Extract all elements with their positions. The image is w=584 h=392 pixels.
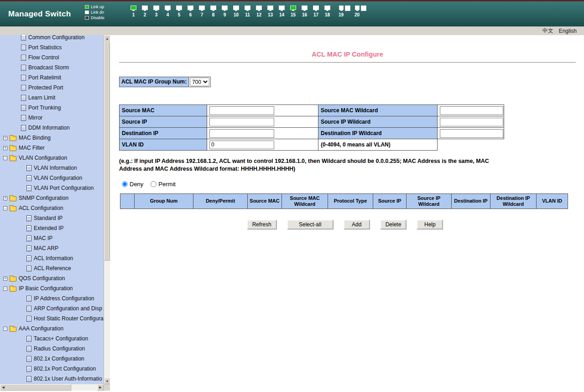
sidebar-item[interactable]: QOS Configuration	[0, 273, 104, 283]
sidebar-item[interactable]: 802.1x Port Configuration	[0, 364, 104, 374]
permit-radio[interactable]	[151, 181, 156, 187]
sidebar-item[interactable]: VLAN Configuration	[0, 173, 104, 183]
sidebar-item[interactable]: IP Basic Configuration	[0, 283, 104, 293]
tree-toggle-icon[interactable]	[3, 196, 7, 200]
horizontal-scrollbar-thumb[interactable]	[6, 384, 71, 391]
sidebar-item[interactable]: Port Trunking	[0, 103, 104, 113]
sidebar-item[interactable]: Broadcast Storm	[0, 63, 104, 73]
vlan-id-input[interactable]	[209, 141, 274, 149]
sidebar-item[interactable]: ACL Information	[0, 253, 104, 263]
vertical-scrollbar-track[interactable]	[104, 261, 110, 378]
port-indicator[interactable]: 13	[265, 5, 276, 17]
source-mac-wildcard-cell	[437, 105, 504, 116]
port-indicator[interactable]: 1	[128, 5, 139, 17]
port-indicator[interactable]: 7	[196, 5, 208, 17]
sidebar-item[interactable]: ACL Configuration	[0, 203, 104, 213]
port-indicator[interactable]: 10	[230, 5, 242, 17]
sidebar-item[interactable]: Flow Control	[0, 52, 104, 63]
port-indicator[interactable]: 19	[333, 5, 349, 17]
sidebar-item-label: MAC Binding	[19, 135, 51, 141]
sidebar-horizontal-scrollbar[interactable]	[0, 384, 104, 391]
port-indicator[interactable]: 6	[185, 5, 196, 17]
destination-ip-input[interactable]	[209, 129, 274, 138]
port-indicator[interactable]: 12	[253, 5, 265, 17]
sidebar-item[interactable]: Standard IP	[0, 213, 104, 223]
tree-toggle-icon[interactable]	[3, 146, 7, 150]
port-indicator[interactable]: 16	[299, 5, 310, 17]
select-all-button[interactable]: Select-all	[287, 220, 334, 230]
horizontal-scrollbar-track[interactable]	[71, 384, 97, 391]
rj45-port-icon	[267, 5, 273, 10]
rj45-port-icon	[210, 5, 216, 10]
scroll-left-icon[interactable]	[0, 384, 6, 391]
scroll-up-icon[interactable]	[104, 35, 110, 42]
delete-button[interactable]: Delete	[380, 220, 407, 230]
port-indicator[interactable]: 2	[139, 5, 151, 17]
tree-toggle-icon[interactable]	[3, 287, 7, 291]
port-indicator[interactable]: 4	[162, 5, 173, 17]
scroll-down-icon[interactable]	[104, 378, 110, 384]
sidebar-item[interactable]: IP Address Configuration	[0, 293, 104, 303]
sidebar-item[interactable]: ARP Configuration and Disp	[0, 303, 104, 314]
port-indicator[interactable]: 5	[173, 5, 185, 17]
port-indicator[interactable]: 17	[310, 5, 322, 17]
source-mac-input[interactable]	[209, 106, 274, 115]
sidebar-item[interactable]: VLAN Information	[0, 163, 104, 173]
lang-english-link[interactable]: English	[559, 28, 577, 34]
port-indicator[interactable]: 15	[287, 5, 299, 17]
deny-radio-option[interactable]: Deny	[122, 181, 143, 188]
sidebar-item[interactable]: VLAN Port Configuration	[0, 183, 104, 193]
vertical-scrollbar-thumb[interactable]	[104, 42, 110, 261]
port-indicator[interactable]: 9	[219, 5, 230, 17]
tree-toggle-icon[interactable]	[3, 277, 7, 281]
sidebar-item[interactable]: 802.1x User Auth-Informatio	[0, 374, 104, 384]
port-indicator[interactable]: 8	[208, 5, 219, 17]
sidebar-item[interactable]: Port Statistics	[0, 42, 104, 52]
tree-node-icon	[10, 196, 16, 201]
sidebar-item[interactable]: Host Static Router Configura	[0, 314, 104, 324]
permit-radio-option[interactable]: Permit	[151, 181, 176, 188]
sidebar-item[interactable]: Port Ratelimit	[0, 73, 104, 83]
source-mac-wildcard-input[interactable]	[440, 106, 503, 115]
sidebar-item[interactable]: Tacacs+ Configuration	[0, 334, 104, 344]
sidebar-item[interactable]: ACL Reference	[0, 263, 104, 273]
help-button[interactable]: Help	[417, 220, 443, 230]
sidebar-vertical-scrollbar[interactable]	[104, 35, 110, 384]
tree-toggle-icon[interactable]	[3, 156, 7, 160]
port-indicator[interactable]: 14	[276, 5, 287, 17]
port-indicator[interactable]: 18	[322, 5, 333, 17]
sidebar-item[interactable]: VLAN Configuration	[0, 153, 104, 163]
sidebar-item-label: Radius Configuration	[34, 345, 85, 352]
add-button[interactable]: Add	[344, 220, 370, 230]
source-ip-input[interactable]	[209, 118, 274, 126]
group-num-select[interactable]: 700	[190, 78, 209, 86]
sidebar-item[interactable]: DDM Information	[0, 123, 104, 133]
tree-toggle-icon[interactable]	[3, 327, 7, 331]
port-indicator[interactable]: 20	[349, 5, 365, 17]
sidebar-item[interactable]: Common Configuration	[0, 35, 104, 42]
sidebar-item[interactable]: MAC Filter	[0, 143, 104, 153]
lang-chinese-link[interactable]: 中文	[542, 27, 553, 35]
sidebar-item[interactable]: MAC ARP	[0, 243, 104, 253]
scroll-right-icon[interactable]	[97, 384, 104, 391]
sidebar-item[interactable]: Extended IP	[0, 223, 104, 233]
sidebar-item[interactable]: Learn Limit	[0, 93, 104, 103]
main-content: ACL MAC IP Configure ACL MAC IP Group Nu…	[110, 35, 584, 391]
sidebar-item[interactable]: 802.1x Configuration	[0, 354, 104, 364]
sidebar-item-label: Broadcast Storm	[28, 64, 69, 71]
sidebar-item[interactable]: SNMP Configuration	[0, 193, 104, 203]
sidebar-item[interactable]: MAC Binding	[0, 133, 104, 143]
sidebar-item[interactable]: AAA Configuration	[0, 324, 104, 334]
sidebar-item[interactable]: Protected Port	[0, 83, 104, 93]
port-indicator[interactable]: 11	[242, 5, 253, 17]
sidebar-item[interactable]: Mirror	[0, 113, 104, 123]
deny-radio[interactable]	[122, 181, 128, 187]
sidebar-item[interactable]: MAC IP	[0, 233, 104, 243]
sidebar-item[interactable]: Radius Configuration	[0, 344, 104, 354]
tree-toggle-icon[interactable]	[3, 206, 7, 210]
port-indicator[interactable]: 3	[151, 5, 162, 17]
destination-ip-wildcard-input[interactable]	[440, 129, 503, 138]
tree-toggle-icon[interactable]	[3, 136, 7, 140]
refresh-button[interactable]: Refresh	[247, 220, 277, 230]
source-ip-wildcard-input[interactable]	[440, 118, 503, 126]
